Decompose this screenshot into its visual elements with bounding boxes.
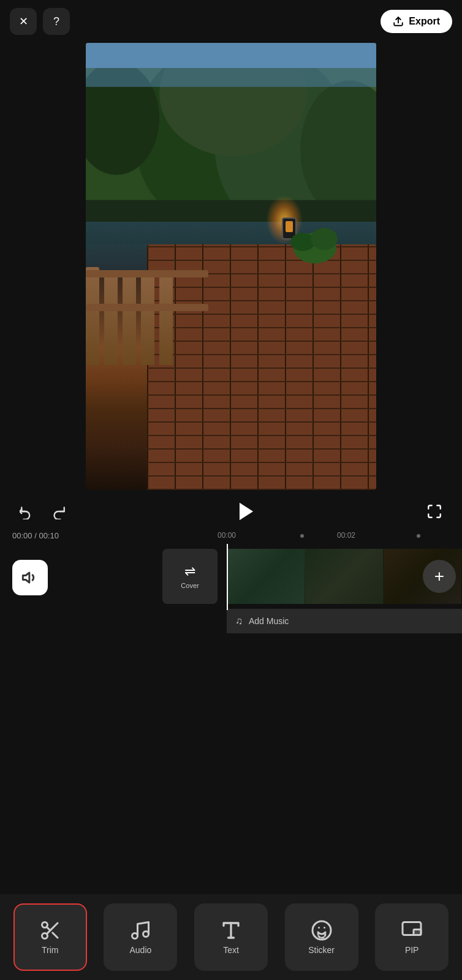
undo-button[interactable] <box>12 496 43 527</box>
add-clip-icon: + <box>434 567 444 586</box>
music-note-icon: ♫ <box>235 616 243 627</box>
fence-rail <box>86 304 208 311</box>
cover-label: Cover <box>181 582 199 589</box>
side-panel-left <box>0 43 86 490</box>
total-time-value: 00:10 <box>39 531 59 540</box>
svg-point-22 <box>143 932 149 937</box>
upload-icon <box>393 16 404 27</box>
help-button[interactable]: ? <box>43 8 70 35</box>
undo-icon <box>20 503 36 519</box>
trim-label: Trim <box>42 945 58 955</box>
fullscreen-icon <box>426 503 442 519</box>
svg-rect-9 <box>86 43 376 68</box>
close-icon: ✕ <box>19 15 28 28</box>
svg-line-19 <box>53 933 58 938</box>
sticker-label: Sticker <box>308 945 335 955</box>
fence-post <box>123 270 136 365</box>
svg-marker-14 <box>240 503 253 521</box>
tool-audio[interactable]: Audio <box>104 903 177 971</box>
video-strip-segment-1 <box>227 549 305 604</box>
export-label: Export <box>409 16 440 27</box>
video-strip-segment-2 <box>305 549 384 604</box>
timeline-section: 00:00 / 00:10 00:00 00:02 ⇌ Cover <box>0 527 462 668</box>
side-panel-right <box>376 43 462 490</box>
playhead[interactable] <box>227 544 228 610</box>
pip-label: PIP <box>405 945 419 955</box>
header-left: ✕ ? <box>10 8 70 35</box>
add-clip-button[interactable]: + <box>423 560 456 593</box>
fence-post <box>159 272 173 365</box>
sticker-icon <box>311 919 333 941</box>
play-button[interactable] <box>189 495 304 528</box>
timeline-timecodes: 00:00 / 00:10 00:00 00:02 <box>0 527 462 544</box>
svg-point-25 <box>312 921 331 940</box>
export-button[interactable]: Export <box>381 10 452 33</box>
trim-icon <box>39 919 61 941</box>
help-icon: ? <box>53 15 59 28</box>
add-music-label: Add Music <box>249 616 289 626</box>
svg-marker-15 <box>23 573 29 582</box>
timeline-marker-00: 00:00 <box>218 531 236 540</box>
cover-icon: ⇌ <box>184 564 195 579</box>
volume-button[interactable] <box>12 560 48 595</box>
tool-trim[interactable]: Trim <box>13 903 87 971</box>
fence-post <box>86 267 99 365</box>
svg-point-21 <box>132 933 138 939</box>
fence <box>86 243 208 365</box>
video-preview <box>86 43 376 490</box>
header: ✕ ? Export <box>0 0 462 43</box>
fence-post <box>141 274 154 365</box>
redo-icon <box>50 503 66 519</box>
redo-button[interactable] <box>43 496 74 527</box>
fence-post <box>104 273 118 365</box>
audio-icon <box>129 919 151 941</box>
fullscreen-button[interactable] <box>419 496 450 527</box>
scene-trees <box>86 43 376 244</box>
text-icon <box>220 919 242 941</box>
audio-label: Audio <box>129 945 151 955</box>
svg-point-13 <box>311 228 338 250</box>
bottom-toolbar: Trim Audio Text Sticker P <box>0 894 462 980</box>
text-label: Text <box>223 945 239 955</box>
svg-line-20 <box>47 927 50 930</box>
timeline-dot-2 <box>417 534 420 538</box>
svg-rect-29 <box>414 930 421 935</box>
tool-sticker[interactable]: Sticker <box>285 903 358 971</box>
current-time: 00:00 / 00:10 <box>12 531 59 540</box>
close-button[interactable]: ✕ <box>10 8 37 35</box>
fence-rail <box>86 270 208 277</box>
timeline-dot-1 <box>300 534 304 538</box>
pip-icon <box>401 919 423 941</box>
svg-rect-10 <box>86 68 376 87</box>
tool-text[interactable]: Text <box>194 903 268 971</box>
play-icon <box>235 500 258 523</box>
cover-thumbnail[interactable]: ⇌ Cover <box>162 549 218 604</box>
video-background <box>86 43 376 490</box>
current-time-value: 00:00 <box>12 531 32 540</box>
plant <box>290 217 339 266</box>
add-music-row[interactable]: ♫ Add Music <box>227 609 462 633</box>
timeline-marker-02: 00:02 <box>337 531 355 540</box>
tool-pip[interactable]: PIP <box>375 903 449 971</box>
volume-icon <box>21 569 39 586</box>
timeline-tracks: ⇌ Cover + ♫ Add Music <box>0 549 462 610</box>
